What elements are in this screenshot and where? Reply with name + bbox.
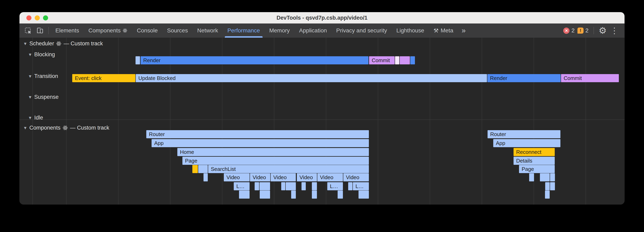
warning-badge[interactable]: ! 2 xyxy=(578,27,588,34)
flame-bar[interactable] xyxy=(529,173,534,181)
l-bar[interactable]: L… xyxy=(327,182,343,190)
render-bar[interactable]: Render xyxy=(487,74,560,82)
lane-name: Blocking xyxy=(34,51,55,58)
inspect-element-icon[interactable] xyxy=(23,25,33,36)
tab-performance[interactable]: Performance xyxy=(223,23,264,38)
render-bar[interactable]: Render xyxy=(140,56,368,64)
reconnect-bar[interactable]: Reconnect xyxy=(514,148,555,156)
lane-label-suspense[interactable]: ▼Suspense xyxy=(28,94,59,101)
flame-bar[interactable] xyxy=(239,191,250,199)
tab-privacy-and-security[interactable]: Privacy and security xyxy=(332,23,392,38)
flame-bar[interactable] xyxy=(550,182,555,190)
flame-bar[interactable] xyxy=(291,191,296,199)
collapse-triangle-icon[interactable]: ▼ xyxy=(23,41,28,46)
flame-bar[interactable] xyxy=(302,182,306,190)
flame-bar[interactable] xyxy=(338,191,343,199)
error-count: 2 xyxy=(571,27,574,34)
tab-components[interactable]: Components xyxy=(84,23,132,38)
scheduler-track-suffix: — Custom track xyxy=(64,40,103,47)
flame-bar[interactable] xyxy=(281,182,285,190)
tab-network[interactable]: Network xyxy=(192,23,223,38)
flame-bar[interactable] xyxy=(545,191,550,199)
tab-application[interactable]: Application xyxy=(294,23,332,38)
flame-bar[interactable] xyxy=(410,56,415,64)
devtools-tabs: ElementsComponentsConsoleSourcesNetworkP… xyxy=(51,23,458,38)
lane-label-transition[interactable]: ▼Transition xyxy=(28,73,58,80)
lane-label-blocking[interactable]: ▼Blocking xyxy=(28,51,55,58)
collapse-triangle-icon[interactable]: ▼ xyxy=(23,126,28,130)
react-atom-icon xyxy=(122,28,128,33)
video-bar[interactable]: Video xyxy=(224,173,250,181)
tab-console[interactable]: Console xyxy=(132,23,162,38)
flame-bar[interactable] xyxy=(395,56,399,64)
tab-sources[interactable]: Sources xyxy=(162,23,192,38)
track-divider xyxy=(20,119,624,120)
flame-bar[interactable] xyxy=(260,191,270,199)
tab-meta[interactable]: ⚒Meta xyxy=(429,23,458,38)
flame-bar[interactable] xyxy=(312,191,317,199)
tab-label: Meta xyxy=(441,27,453,34)
tab-lighthouse[interactable]: Lighthouse xyxy=(392,23,429,38)
commit-bar[interactable]: Commit xyxy=(369,56,395,64)
tab-elements[interactable]: Elements xyxy=(51,23,84,38)
titlebar: DevTools - qsvd7p.csb.app/video/1 xyxy=(20,12,624,23)
flame-bar[interactable] xyxy=(545,182,550,190)
flame-bar[interactable] xyxy=(312,182,317,190)
components-track-header[interactable]: ▼ Components — Custom track xyxy=(23,124,109,131)
flame-bar[interactable] xyxy=(136,56,140,64)
lane-label-idle[interactable]: ▼Idle xyxy=(28,114,43,121)
collapse-triangle-icon[interactable]: ▼ xyxy=(28,95,32,99)
flame-bar[interactable] xyxy=(400,56,410,64)
toolbar-left-icons xyxy=(20,25,51,36)
flame-bar[interactable] xyxy=(550,173,555,181)
desktop-background: DevTools - qsvd7p.csb.app/video/1 xyxy=(0,0,644,232)
tab-label: Console xyxy=(137,27,158,34)
router-bar[interactable]: Router xyxy=(146,130,369,138)
tab-label: Privacy and security xyxy=(336,27,387,34)
flame-bar[interactable] xyxy=(540,173,550,181)
warning-icon: ! xyxy=(578,27,584,34)
flame-bar[interactable] xyxy=(204,173,208,181)
home-bar[interactable]: Home xyxy=(177,148,369,156)
page-bar[interactable]: Page xyxy=(182,157,369,165)
update-blocked-bar[interactable]: Update Blocked xyxy=(136,74,487,82)
video-bar[interactable]: Video xyxy=(271,173,296,181)
kebab-menu-icon[interactable]: ⋮ xyxy=(610,26,618,35)
l-bar[interactable]: L… xyxy=(234,182,250,190)
router-bar[interactable]: Router xyxy=(488,130,560,138)
settings-gear-icon[interactable]: ⚙ xyxy=(599,26,607,35)
lane-name: Suspense xyxy=(34,94,59,100)
video-bar[interactable]: Video xyxy=(343,173,369,181)
details-bar[interactable]: Details xyxy=(514,157,555,165)
commit-bar[interactable]: Commit xyxy=(561,74,619,82)
app-bar[interactable]: App xyxy=(152,139,369,147)
collapse-triangle-icon[interactable]: ▼ xyxy=(28,74,32,78)
video-bar[interactable]: Video xyxy=(317,173,343,181)
flame-bar[interactable] xyxy=(286,182,296,190)
components-track-suffix: — Custom track xyxy=(70,125,109,131)
flame-bar[interactable] xyxy=(358,191,369,199)
video-bar[interactable]: Video xyxy=(297,173,317,181)
page-bar[interactable]: Page xyxy=(519,165,555,173)
error-badge[interactable]: ✕ 2 xyxy=(563,27,574,34)
app-bar[interactable]: App xyxy=(493,139,560,147)
warning-count: 2 xyxy=(585,27,588,34)
flame-bar[interactable] xyxy=(348,182,352,190)
more-tabs-chevron-icon[interactable]: » xyxy=(458,26,469,35)
active-tab-underline xyxy=(225,36,262,38)
collapse-triangle-icon[interactable]: ▼ xyxy=(28,116,32,120)
flame-bar[interactable] xyxy=(255,182,259,190)
flame-bar[interactable] xyxy=(260,182,270,190)
window-title: DevTools - qsvd7p.csb.app/video/1 xyxy=(20,15,624,21)
flame-bar[interactable] xyxy=(192,165,198,173)
searchlist-bar[interactable]: SearchList xyxy=(208,165,369,173)
video-bar[interactable]: Video xyxy=(250,173,270,181)
event-click-bar[interactable]: Event: click xyxy=(72,74,135,82)
tab-memory[interactable]: Memory xyxy=(264,23,294,38)
scheduler-track-header[interactable]: ▼ Scheduler — Custom track xyxy=(23,40,103,47)
device-toolbar-icon[interactable] xyxy=(34,25,45,36)
l-bar[interactable]: L… xyxy=(353,182,369,190)
tools-icon: ⚒ xyxy=(434,27,439,34)
flame-bar[interactable] xyxy=(198,165,208,173)
collapse-triangle-icon[interactable]: ▼ xyxy=(28,52,32,57)
